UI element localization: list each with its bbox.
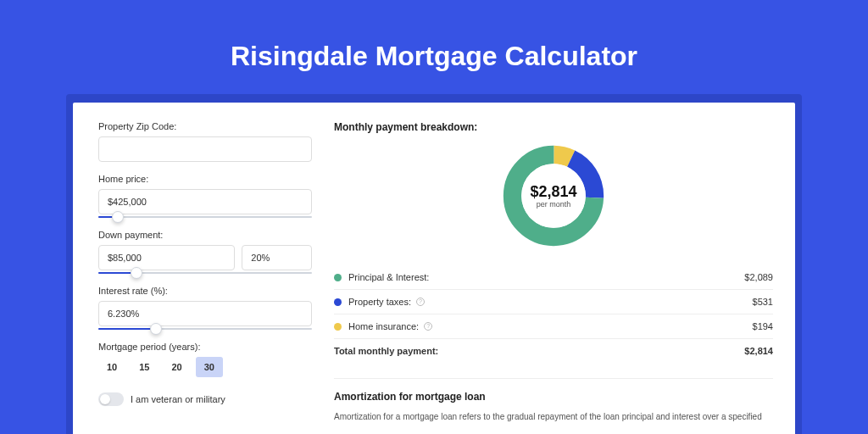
donut-chart: $2,814 per month [499,142,608,250]
amortization-text: Amortization for a mortgage loan refers … [334,411,773,423]
legend-row-2: Home insurance:?$194 [334,314,773,338]
interest-rate-label: Interest rate (%): [98,286,312,296]
down-payment-pct-input[interactable] [242,245,312,270]
donut-amount: $2,814 [530,183,576,201]
interest-rate-slider-thumb[interactable] [150,323,162,335]
donut-center: $2,814 per month [530,183,576,209]
home-price-input[interactable] [98,189,312,214]
field-down-payment: Down payment: [98,230,312,274]
down-payment-label: Down payment: [98,230,312,240]
legend-value: $194 [753,321,773,331]
legend-label: Property taxes:? [348,297,753,307]
legend-label: Principal & Interest: [348,272,744,282]
info-icon[interactable]: ? [416,298,425,306]
legend-value: $2,089 [744,272,773,282]
total-label: Total monthly payment: [334,346,744,356]
legend-value: $531 [753,297,773,307]
period-row: 10152030 [98,357,312,377]
legend-label: Home insurance:? [348,321,753,331]
breakdown-title: Monthly payment breakdown: [334,121,773,133]
period-btn-20[interactable]: 20 [164,357,191,377]
field-zip: Property Zip Code: [98,121,312,162]
page-title: Risingdale Mortgage Calculator [0,0,868,94]
field-interest-rate: Interest rate (%): [98,286,312,330]
donut-wrap: $2,814 per month [334,142,773,250]
amortization-title: Amortization for mortgage loan [334,391,773,403]
field-home-price: Home price: [98,174,312,218]
amortization-section: Amortization for mortgage loan Amortizat… [334,378,773,423]
total-row: Total monthly payment: $2,814 [334,338,773,363]
legend: Principal & Interest:$2,089Property taxe… [334,265,773,338]
interest-rate-slider-fill [98,328,156,330]
veteran-toggle[interactable] [98,392,124,406]
calculator-card: Property Zip Code: Home price: Down paym… [73,103,795,434]
interest-rate-input[interactable] [98,301,312,326]
legend-dot [334,323,342,331]
legend-row-0: Principal & Interest:$2,089 [334,265,773,289]
legend-dot [334,298,342,306]
home-price-slider[interactable] [98,216,312,218]
legend-row-1: Property taxes:?$531 [334,289,773,314]
veteran-row: I am veteran or military [98,392,312,406]
zip-label: Property Zip Code: [98,121,312,131]
interest-rate-slider[interactable] [98,328,312,330]
period-label: Mortgage period (years): [98,342,312,352]
down-payment-input[interactable] [98,245,235,270]
legend-dot [334,274,342,281]
form-column: Property Zip Code: Home price: Down paym… [98,121,312,434]
total-value: $2,814 [744,346,773,356]
zip-input[interactable] [98,136,312,162]
veteran-toggle-knob [100,394,110,404]
home-price-slider-thumb[interactable] [112,211,124,223]
period-btn-15[interactable]: 15 [131,357,158,377]
period-btn-10[interactable]: 10 [98,357,125,377]
home-price-label: Home price: [98,174,312,184]
veteran-label: I am veteran or military [131,394,225,404]
info-icon[interactable]: ? [424,322,432,331]
down-payment-slider-thumb[interactable] [131,267,142,279]
down-payment-slider[interactable] [98,272,312,274]
breakdown-column: Monthly payment breakdown: $2,814 per mo… [334,121,773,434]
field-period: Mortgage period (years): 10152030 [98,342,312,377]
card-frame: Property Zip Code: Home price: Down paym… [66,94,802,434]
period-btn-30[interactable]: 30 [196,357,223,377]
donut-sub: per month [530,200,576,209]
